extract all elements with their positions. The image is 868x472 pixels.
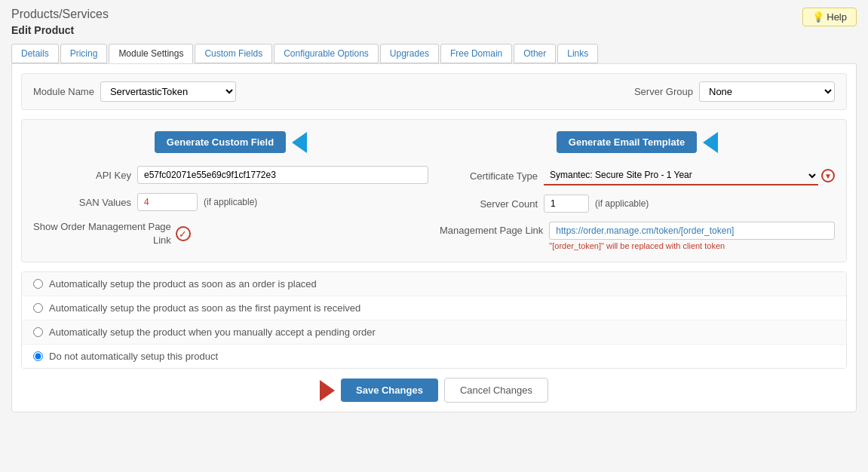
help-button[interactable]: 💡 Help bbox=[802, 8, 857, 26]
radio-option-3[interactable]: Automatically setup the product when you… bbox=[22, 320, 846, 345]
tab-custom-fields[interactable]: Custom Fields bbox=[195, 44, 272, 63]
server-count-input[interactable] bbox=[544, 195, 589, 213]
cert-chevron-icon: ▼ bbox=[821, 169, 835, 182]
right-panel: Generate Email Template Certificate Type… bbox=[440, 131, 835, 250]
show-order-row: Show Order Management PageLink ✓ bbox=[33, 220, 428, 247]
tab-details[interactable]: Details bbox=[11, 44, 59, 63]
certificate-type-label: Certificate Type bbox=[440, 170, 538, 182]
san-note: (if applicable) bbox=[204, 197, 257, 207]
api-key-row: API Key bbox=[33, 166, 428, 184]
tab-module-settings[interactable]: Module Settings bbox=[109, 44, 193, 63]
radio-label-2: Automatically setup the product as soon … bbox=[49, 302, 360, 314]
api-key-input[interactable] bbox=[137, 166, 428, 184]
module-name-select[interactable]: ServertasticToken bbox=[100, 81, 236, 102]
cancel-changes-button[interactable]: Cancel Changes bbox=[444, 378, 548, 403]
certificate-type-row: Certificate Type Symantec: Secure Site P… bbox=[440, 166, 835, 185]
generate-custom-field-button[interactable]: Generate Custom Field bbox=[155, 131, 286, 153]
module-name-label: Module Name bbox=[33, 86, 94, 97]
san-values-row: SAN Values (if applicable) bbox=[33, 193, 428, 211]
page-title: Products/Services bbox=[11, 8, 109, 21]
certificate-type-select[interactable]: Symantec: Secure Site Pro - 1 Year bbox=[544, 166, 818, 185]
radio-input-3[interactable] bbox=[33, 327, 43, 337]
server-count-note: (if applicable) bbox=[595, 198, 649, 209]
tab-links[interactable]: Links bbox=[557, 44, 598, 63]
radio-section: Automatically setup the product as soon … bbox=[21, 271, 847, 369]
mgmt-link-row: Management Page Link "[order_token]" wil… bbox=[440, 222, 835, 250]
show-order-checkbox[interactable]: ✓ bbox=[176, 226, 191, 241]
radio-label-1: Automatically setup the product as soon … bbox=[49, 278, 317, 290]
mgmt-link-label: Management Page Link bbox=[440, 222, 543, 236]
radio-option-2[interactable]: Automatically setup the product as soon … bbox=[22, 296, 846, 320]
server-count-row: Server Count (if applicable) bbox=[440, 195, 835, 213]
fields-section: Generate Custom Field API Key SAN Values… bbox=[21, 119, 847, 262]
server-group-label: Server Group bbox=[634, 86, 693, 97]
radio-option-1[interactable]: Automatically setup the product as soon … bbox=[22, 272, 846, 296]
radio-input-4[interactable] bbox=[33, 351, 43, 361]
san-values-input[interactable] bbox=[137, 193, 198, 211]
cert-select-wrapper: Symantec: Secure Site Pro - 1 Year ▼ bbox=[544, 166, 835, 185]
api-key-label: API Key bbox=[33, 170, 131, 181]
show-order-label: Show Order Management PageLink bbox=[33, 220, 171, 247]
footer-row: Save Changes Cancel Changes bbox=[21, 378, 847, 403]
radio-input-2[interactable] bbox=[33, 303, 43, 313]
tab-bar: Details Pricing Module Settings Custom F… bbox=[11, 44, 857, 63]
mgmt-link-wrapper: "[order_token]" will be replaced with cl… bbox=[549, 222, 835, 250]
server-group-select[interactable]: None bbox=[699, 81, 835, 102]
save-arrow-icon bbox=[320, 380, 335, 401]
radio-input-1[interactable] bbox=[33, 279, 43, 289]
mgmt-link-hint: "[order_token]" will be replaced with cl… bbox=[549, 241, 835, 250]
module-row: Module Name ServertasticToken Server Gro… bbox=[21, 73, 847, 110]
radio-label-4: Do not automatically setup this product bbox=[49, 351, 218, 362]
radio-option-4[interactable]: Do not automatically setup this product bbox=[22, 345, 846, 368]
page-subtitle: Edit Product bbox=[11, 24, 109, 36]
generate-email-template-wrapper: Generate Email Template bbox=[557, 131, 718, 153]
tab-configurable-options[interactable]: Configurable Options bbox=[274, 44, 379, 63]
tab-pricing[interactable]: Pricing bbox=[60, 44, 108, 63]
san-values-label: SAN Values bbox=[33, 197, 131, 208]
generate-email-template-button[interactable]: Generate Email Template bbox=[557, 131, 697, 153]
server-count-label: Server Count bbox=[440, 198, 538, 210]
save-changes-button[interactable]: Save Changes bbox=[341, 379, 438, 402]
radio-label-3: Automatically setup the product when you… bbox=[49, 326, 376, 338]
left-arrow-icon bbox=[292, 132, 307, 153]
right-arrow-icon bbox=[703, 132, 718, 153]
tab-other[interactable]: Other bbox=[514, 44, 556, 63]
tab-upgrades[interactable]: Upgrades bbox=[380, 44, 439, 63]
mgmt-link-input[interactable] bbox=[549, 222, 835, 240]
generate-custom-field-wrapper: Generate Custom Field bbox=[155, 131, 307, 153]
left-panel: Generate Custom Field API Key SAN Values… bbox=[33, 131, 428, 250]
tab-free-domain[interactable]: Free Domain bbox=[440, 44, 512, 63]
